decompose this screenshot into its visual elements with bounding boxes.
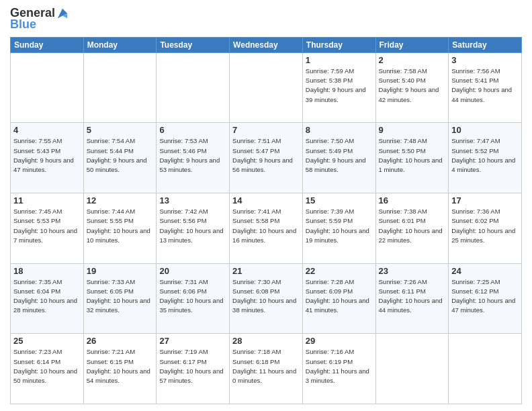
day-info: Sunrise: 7:26 AMSunset: 6:11 PMDaylight:…: [379, 277, 446, 316]
day-cell: 3 Sunrise: 7:56 AMSunset: 5:41 PMDayligh…: [449, 52, 522, 123]
day-cell: [375, 334, 449, 404]
day-cell: 22 Sunrise: 7:28 AMSunset: 6:09 PMDaylig…: [302, 263, 375, 334]
day-info: Sunrise: 7:35 AMSunset: 6:04 PMDaylight:…: [13, 277, 81, 316]
day-cell: 6 Sunrise: 7:53 AMSunset: 5:46 PMDayligh…: [157, 123, 230, 193]
day-info: Sunrise: 7:55 AMSunset: 5:43 PMDaylight:…: [13, 136, 81, 175]
day-info: Sunrise: 7:30 AMSunset: 6:08 PMDaylight:…: [232, 277, 300, 316]
day-number: 17: [451, 195, 519, 205]
day-info: Sunrise: 7:41 AMSunset: 5:58 PMDaylight:…: [232, 207, 300, 245]
day-cell: 28 Sunrise: 7:18 AMSunset: 6:18 PMDaylig…: [230, 334, 303, 404]
day-cell: [157, 52, 230, 123]
week-row-1: 1 Sunrise: 7:59 AMSunset: 5:38 PMDayligh…: [11, 52, 522, 123]
day-info: Sunrise: 7:58 AMSunset: 5:40 PMDaylight:…: [379, 66, 446, 105]
calendar-table: SundayMondayTuesdayWednesdayThursdayFrid…: [10, 37, 522, 404]
logo-icon: [56, 7, 69, 19]
day-info: Sunrise: 7:21 AMSunset: 6:15 PMDaylight:…: [87, 347, 154, 385]
day-number: 6: [159, 125, 226, 135]
day-number: 1: [306, 55, 373, 65]
day-number: 21: [232, 266, 300, 276]
day-number: 23: [379, 266, 446, 276]
day-cell: 8 Sunrise: 7:50 AMSunset: 5:49 PMDayligh…: [302, 123, 375, 193]
day-number: 8: [306, 125, 373, 135]
day-cell: 26 Sunrise: 7:21 AMSunset: 6:15 PMDaylig…: [83, 334, 157, 404]
day-number: 24: [451, 266, 519, 276]
day-number: 4: [13, 125, 81, 135]
day-number: 9: [379, 125, 446, 135]
logo: General Blue: [10, 7, 69, 32]
day-info: Sunrise: 7:36 AMSunset: 6:02 PMDaylight:…: [451, 207, 519, 245]
day-number: 27: [159, 336, 226, 346]
day-cell: 25 Sunrise: 7:23 AMSunset: 6:14 PMDaylig…: [11, 334, 84, 404]
day-info: Sunrise: 7:38 AMSunset: 6:01 PMDaylight:…: [379, 207, 446, 245]
day-info: Sunrise: 7:50 AMSunset: 5:49 PMDaylight:…: [306, 136, 373, 175]
day-cell: 20 Sunrise: 7:31 AMSunset: 6:06 PMDaylig…: [157, 263, 230, 334]
weekday-thursday: Thursday: [302, 37, 375, 52]
day-cell: 13 Sunrise: 7:42 AMSunset: 5:56 PMDaylig…: [157, 193, 230, 264]
weekday-monday: Monday: [83, 37, 157, 52]
day-cell: 24 Sunrise: 7:25 AMSunset: 6:12 PMDaylig…: [449, 263, 522, 334]
day-cell: 27 Sunrise: 7:19 AMSunset: 6:17 PMDaylig…: [157, 334, 230, 404]
weekday-sunday: Sunday: [11, 37, 84, 52]
day-cell: 29 Sunrise: 7:16 AMSunset: 6:19 PMDaylig…: [302, 334, 375, 404]
day-cell: 19 Sunrise: 7:33 AMSunset: 6:05 PMDaylig…: [83, 263, 157, 334]
week-row-5: 25 Sunrise: 7:23 AMSunset: 6:14 PMDaylig…: [11, 334, 522, 404]
day-number: 25: [13, 336, 81, 346]
day-number: 14: [232, 195, 300, 205]
day-cell: 15 Sunrise: 7:39 AMSunset: 5:59 PMDaylig…: [302, 193, 375, 264]
day-info: Sunrise: 7:16 AMSunset: 6:19 PMDaylight:…: [306, 347, 373, 385]
day-number: 15: [306, 195, 373, 205]
day-info: Sunrise: 7:54 AMSunset: 5:44 PMDaylight:…: [87, 136, 154, 175]
day-number: 7: [232, 125, 300, 135]
day-cell: 18 Sunrise: 7:35 AMSunset: 6:04 PMDaylig…: [11, 263, 84, 334]
day-cell: 21 Sunrise: 7:30 AMSunset: 6:08 PMDaylig…: [230, 263, 303, 334]
day-cell: 5 Sunrise: 7:54 AMSunset: 5:44 PMDayligh…: [83, 123, 157, 193]
weekday-header-row: SundayMondayTuesdayWednesdayThursdayFrid…: [11, 37, 522, 52]
day-info: Sunrise: 7:25 AMSunset: 6:12 PMDaylight:…: [451, 277, 519, 316]
day-info: Sunrise: 7:39 AMSunset: 5:59 PMDaylight:…: [306, 207, 373, 245]
day-info: Sunrise: 7:42 AMSunset: 5:56 PMDaylight:…: [159, 207, 226, 245]
day-cell: 23 Sunrise: 7:26 AMSunset: 6:11 PMDaylig…: [375, 263, 449, 334]
day-info: Sunrise: 7:56 AMSunset: 5:41 PMDaylight:…: [451, 66, 519, 105]
day-number: 22: [306, 266, 373, 276]
day-cell: 4 Sunrise: 7:55 AMSunset: 5:43 PMDayligh…: [11, 123, 84, 193]
day-cell: [83, 52, 157, 123]
day-cell: 12 Sunrise: 7:44 AMSunset: 5:55 PMDaylig…: [83, 193, 157, 264]
day-info: Sunrise: 7:23 AMSunset: 6:14 PMDaylight:…: [13, 347, 81, 385]
weekday-wednesday: Wednesday: [230, 37, 303, 52]
weekday-tuesday: Tuesday: [157, 37, 230, 52]
day-cell: 11 Sunrise: 7:45 AMSunset: 5:53 PMDaylig…: [11, 193, 84, 264]
day-info: Sunrise: 7:48 AMSunset: 5:50 PMDaylight:…: [379, 136, 446, 175]
weekday-saturday: Saturday: [449, 37, 522, 52]
day-cell: 2 Sunrise: 7:58 AMSunset: 5:40 PMDayligh…: [375, 52, 449, 123]
day-number: 5: [87, 125, 154, 135]
day-number: 16: [379, 195, 446, 205]
day-number: 3: [451, 55, 519, 65]
week-row-4: 18 Sunrise: 7:35 AMSunset: 6:04 PMDaylig…: [11, 263, 522, 334]
day-number: 11: [13, 195, 81, 205]
day-cell: 9 Sunrise: 7:48 AMSunset: 5:50 PMDayligh…: [375, 123, 449, 193]
day-number: 20: [159, 266, 226, 276]
day-cell: 14 Sunrise: 7:41 AMSunset: 5:58 PMDaylig…: [230, 193, 303, 264]
day-info: Sunrise: 7:31 AMSunset: 6:06 PMDaylight:…: [159, 277, 226, 316]
day-info: Sunrise: 7:51 AMSunset: 5:47 PMDaylight:…: [232, 136, 300, 175]
day-number: 10: [451, 125, 519, 135]
day-number: 2: [379, 55, 446, 65]
page: General Blue SundayMondayTuesdayWednesda…: [0, 0, 532, 411]
day-number: 26: [87, 336, 154, 346]
day-cell: [230, 52, 303, 123]
day-cell: 7 Sunrise: 7:51 AMSunset: 5:47 PMDayligh…: [230, 123, 303, 193]
day-number: 18: [13, 266, 81, 276]
day-cell: [11, 52, 84, 123]
day-number: 19: [87, 266, 154, 276]
day-cell: [449, 334, 522, 404]
header: General Blue: [10, 7, 522, 32]
day-info: Sunrise: 7:59 AMSunset: 5:38 PMDaylight:…: [306, 66, 373, 105]
day-info: Sunrise: 7:28 AMSunset: 6:09 PMDaylight:…: [306, 277, 373, 316]
day-number: 28: [232, 336, 300, 346]
day-cell: 10 Sunrise: 7:47 AMSunset: 5:52 PMDaylig…: [449, 123, 522, 193]
day-number: 29: [306, 336, 373, 346]
day-number: 13: [159, 195, 226, 205]
week-row-2: 4 Sunrise: 7:55 AMSunset: 5:43 PMDayligh…: [11, 123, 522, 193]
day-cell: 17 Sunrise: 7:36 AMSunset: 6:02 PMDaylig…: [449, 193, 522, 264]
day-info: Sunrise: 7:18 AMSunset: 6:18 PMDaylight:…: [232, 347, 300, 385]
